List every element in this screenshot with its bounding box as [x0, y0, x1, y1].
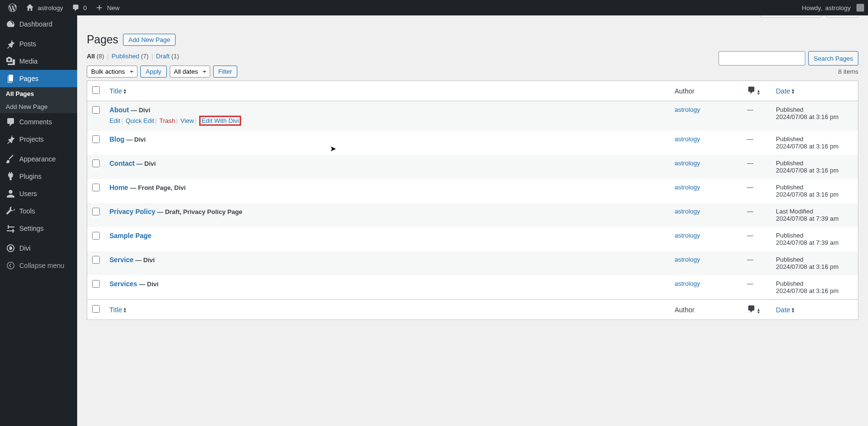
wordpress-icon	[8, 3, 17, 13]
admin-bar: astrology 0 New Howdy, astrology	[0, 0, 868, 15]
comments-count: 0	[83, 4, 87, 12]
new-label: New	[107, 4, 120, 12]
site-name-link[interactable]: astrology	[21, 0, 67, 15]
site-name: astrology	[38, 4, 63, 12]
plus-icon	[95, 3, 104, 13]
username: astrology	[825, 4, 851, 12]
user-menu[interactable]: Howdy, astrology	[798, 0, 868, 15]
home-icon	[25, 3, 35, 13]
avatar	[856, 4, 864, 12]
comments-link[interactable]: 0	[67, 0, 91, 15]
new-content-link[interactable]: New	[91, 0, 123, 15]
comment-icon	[71, 3, 81, 13]
howdy-prefix: Howdy,	[802, 4, 822, 12]
wp-logo[interactable]	[4, 0, 21, 15]
